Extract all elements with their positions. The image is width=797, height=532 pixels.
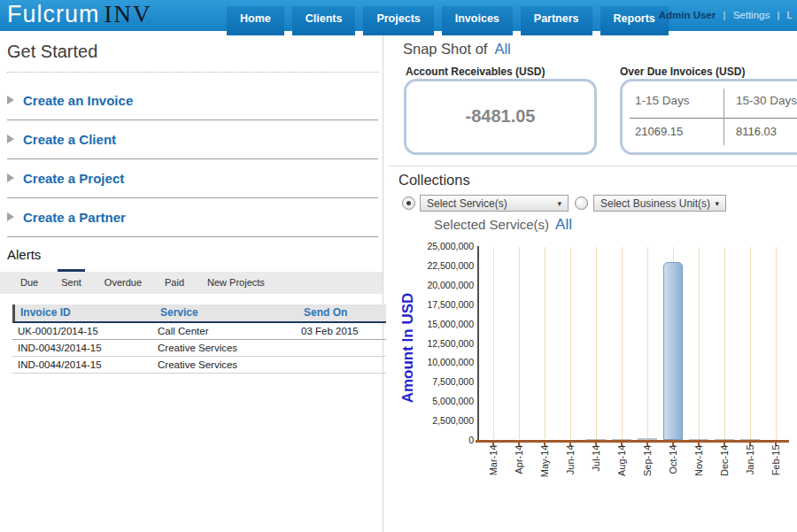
- get-started-item-create-an-invoice[interactable]: Create an Invoice: [7, 81, 378, 120]
- column-header-invoice-id[interactable]: Invoice ID: [15, 305, 155, 321]
- overdue-col-1: 1-15 Days: [635, 94, 690, 107]
- gridline: [545, 247, 546, 439]
- get-started-title: Get Started: [7, 42, 97, 62]
- x-tick-label: Dec-14: [719, 445, 731, 509]
- alerts-table: Invoice IDServiceSend On UK-0001/2014-15…: [12, 305, 386, 374]
- admin-user-link[interactable]: Admin User: [659, 10, 716, 20]
- service-dropdown-value: Select Service(s): [427, 197, 507, 210]
- overdue-col-2: 15-30 Days: [736, 94, 797, 107]
- table-cell: Call Center: [152, 323, 296, 339]
- top-navbar: FulcrumINV HomeClientsProjectsInvoicesPa…: [0, 0, 797, 31]
- overdue-divider-h: [630, 118, 797, 119]
- alerts-tab-overdue[interactable]: Overdue: [93, 272, 153, 294]
- selected-service-row: Selected Service(s)All: [434, 216, 572, 234]
- x-tick-label: Jan-15: [745, 445, 756, 509]
- gridline: [622, 247, 623, 439]
- table-row[interactable]: IND-0043/2014-15Creative Services: [12, 340, 386, 357]
- alerts-tab-new-projects[interactable]: New Projects: [196, 272, 276, 294]
- y-tick-label: 7,500,000: [383, 376, 474, 387]
- alerts-tab-paid[interactable]: Paid: [153, 272, 196, 294]
- x-tick-label: Mar-14: [488, 445, 499, 509]
- arrow-right-icon: [7, 135, 14, 143]
- service-dropdown[interactable]: Select Service(s) ▾: [420, 195, 569, 212]
- overdue-box: 1-15 Days 15-30 Days 21069.15 8116.03: [620, 79, 797, 155]
- business-dropdown-value: Select Business Unit(s): [600, 197, 710, 210]
- get-started-item-label: Create a Project: [23, 171, 124, 186]
- nav-tab-partners[interactable]: Partners: [521, 6, 592, 35]
- snapshot-title-text: Snap Shot of: [403, 41, 487, 57]
- main-nav: HomeClientsProjectsInvoicesPartnersRepor…: [227, 6, 669, 35]
- x-tick-label: Sep-14: [642, 445, 654, 509]
- selected-service-all-link[interactable]: All: [555, 216, 572, 233]
- right-panel: Snap Shot ofAll Account Receivables (USD…: [383, 31, 797, 532]
- gridline: [699, 247, 700, 439]
- section-divider: [389, 166, 797, 166]
- overdue-value-1: 21069.15: [635, 125, 683, 138]
- receivables-value: -8481.05: [406, 81, 594, 150]
- link-separator: |: [723, 10, 725, 20]
- table-cell: Creative Services: [152, 340, 296, 356]
- nav-tab-clients[interactable]: Clients: [292, 6, 356, 35]
- nav-tab-projects[interactable]: Projects: [363, 6, 433, 35]
- y-tick-label: 2,500,000: [383, 415, 474, 426]
- selected-service-label: Selected Service(s): [434, 217, 549, 232]
- nav-tab-invoices[interactable]: Invoices: [442, 6, 513, 35]
- y-tick-label: 10,000,000: [383, 357, 474, 367]
- alerts-tab-due[interactable]: Due: [9, 272, 50, 294]
- receivables-box: -8481.05: [404, 79, 597, 155]
- get-started-item-label: Create a Partner: [23, 210, 126, 225]
- get-started-item-create-a-project[interactable]: Create a Project: [7, 158, 378, 198]
- chevron-down-icon: ▾: [715, 199, 719, 208]
- nav-tab-home[interactable]: Home: [227, 6, 284, 35]
- get-started-item-label: Create a Client: [23, 132, 116, 147]
- x-tick-label: Apr-14: [514, 445, 525, 509]
- bar-oct-14: [663, 262, 683, 440]
- y-tick-label: 20,000,000: [383, 280, 474, 290]
- alerts-table-body: UK-0001/2014-15Call Center03 Feb 2015IND…: [12, 323, 386, 374]
- arrow-right-icon: [7, 173, 14, 182]
- gridline: [750, 247, 751, 439]
- y-tick-label: 25,000,000: [383, 241, 474, 251]
- y-axis-line: [477, 246, 479, 442]
- app-logo: FulcrumINV: [7, 1, 152, 28]
- column-header-service[interactable]: Service: [155, 305, 298, 321]
- logout-link-clipped[interactable]: L: [787, 10, 793, 20]
- get-started-item-create-a-client[interactable]: Create a Client: [7, 120, 378, 159]
- collections-title: Collections: [398, 172, 470, 189]
- gridline: [519, 247, 520, 439]
- table-row[interactable]: UK-0001/2014-15Call Center03 Feb 2015: [12, 323, 386, 340]
- overdue-value-2: 8116.03: [736, 125, 777, 138]
- table-cell: [296, 357, 383, 373]
- gridline: [776, 247, 777, 439]
- gridline: [493, 247, 494, 439]
- y-tick-label: 0: [383, 435, 474, 445]
- get-started-item-label: Create an Invoice: [23, 93, 133, 108]
- table-cell: [296, 340, 383, 356]
- x-tick-label: Aug-14: [616, 445, 628, 509]
- business-unit-dropdown[interactable]: Select Business Unit(s) ▾: [593, 195, 726, 212]
- overdue-label: Over Due Invoices (USD): [620, 66, 745, 78]
- alerts-title: Alerts: [7, 247, 41, 262]
- service-radio[interactable]: [402, 197, 415, 210]
- table-cell: IND-0043/2014-15: [12, 340, 152, 356]
- overdue-divider-v: [723, 89, 724, 145]
- y-tick-label: 17,500,000: [383, 299, 474, 310]
- x-tick-label: Jun-14: [565, 445, 576, 509]
- snapshot-all-link[interactable]: All: [494, 41, 510, 57]
- y-tick-label: 22,500,000: [383, 260, 474, 271]
- left-panel: Get Started Create an InvoiceCreate a Cl…: [0, 31, 383, 532]
- alerts-table-header: Invoice IDServiceSend On: [12, 305, 386, 323]
- business-unit-radio[interactable]: [575, 197, 588, 210]
- link-separator: |: [777, 10, 779, 20]
- settings-link[interactable]: Settings: [733, 10, 770, 20]
- chevron-down-icon: ▾: [557, 199, 561, 208]
- table-row[interactable]: IND-0044/2014-15Creative Services: [12, 357, 386, 374]
- y-tick-label: 15,000,000: [383, 319, 474, 329]
- logo-text-primary: Fulcrum: [7, 1, 100, 27]
- table-cell: UK-0001/2014-15: [12, 323, 152, 339]
- column-header-send-on[interactable]: Send On: [298, 305, 386, 321]
- gridline: [647, 247, 648, 439]
- get-started-item-create-a-partner[interactable]: Create a Partner: [7, 197, 378, 237]
- table-cell: 03 Feb 2015: [296, 323, 383, 339]
- alerts-tab-sent[interactable]: Sent: [50, 272, 93, 294]
